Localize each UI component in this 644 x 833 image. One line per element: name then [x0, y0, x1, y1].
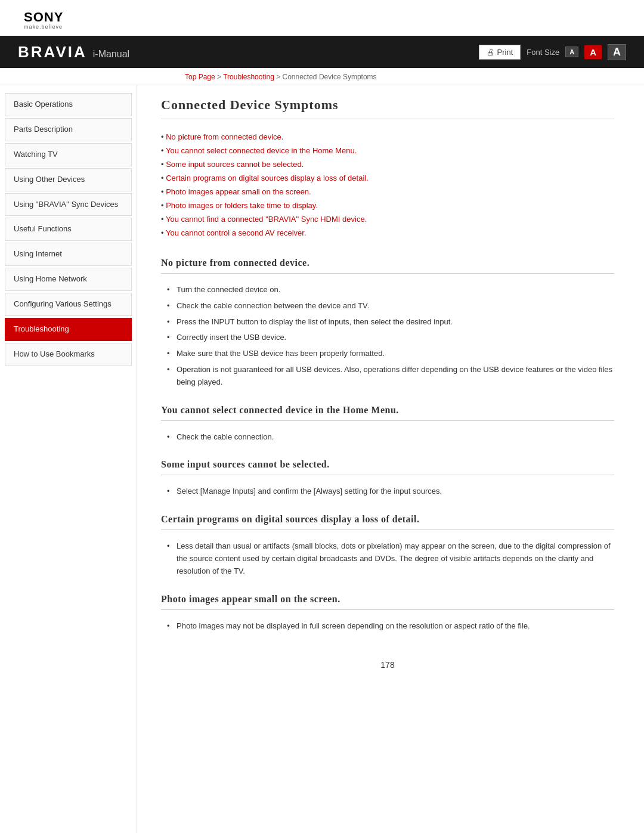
section-cannot-select: You cannot select connected device in th… — [161, 405, 614, 445]
bullet-item-0-3: Correctly insert the USB device. — [167, 330, 614, 346]
toc-item-1: You cannot select connected device in th… — [161, 144, 614, 157]
bullet-list-3: Less detail than usual or artifacts (sma… — [161, 538, 614, 579]
printer-icon: 🖨 — [487, 48, 494, 57]
toc-link-1[interactable]: You cannot select connected device in th… — [166, 146, 357, 155]
header-controls: 🖨 Print Font Size A A A — [479, 44, 626, 60]
toc-item-0: No picture from connected device. — [161, 130, 614, 144]
toc-link-4[interactable]: Photo images appear small on the screen. — [166, 187, 311, 196]
sidebar-item-0[interactable]: Basic Operations — [5, 93, 132, 116]
sidebar-item-6[interactable]: Using Internet — [5, 243, 132, 266]
toc-item-3: Certain programs on digital sources disp… — [161, 171, 614, 185]
section-loss-detail: Certain programs on digital sources disp… — [161, 514, 614, 579]
bullet-item-0-4: Make sure that the USB device has been p… — [167, 346, 614, 362]
bullet-item-3-0: Less detail than usual or artifacts (sma… — [167, 538, 614, 579]
imanual-text: i-Manual — [93, 49, 129, 60]
toc-item-4: Photo images appear small on the screen. — [161, 185, 614, 199]
sidebar-item-7[interactable]: Using Home Network — [5, 268, 132, 291]
breadcrumb-sep2: > — [274, 73, 283, 81]
bullet-list-2: Select [Manage Inputs] and confirm the [… — [161, 484, 614, 500]
page-number: 178 — [161, 648, 614, 682]
print-label: Print — [497, 48, 513, 57]
breadcrumb-sep1: > — [215, 73, 223, 81]
bullet-list-0: Turn the connected device on.Check the c… — [161, 282, 614, 391]
main-layout: Basic OperationsParts DescriptionWatchin… — [0, 85, 644, 833]
bullet-item-0-2: Press the INPUT button to display the li… — [167, 314, 614, 330]
font-large-button[interactable]: A — [608, 44, 626, 60]
sidebar-item-5[interactable]: Useful Functions — [5, 218, 132, 241]
toc-link-6[interactable]: You cannot find a connected "BRAVIA" Syn… — [166, 215, 367, 224]
sony-tagline: make.believe — [24, 24, 620, 30]
sections: No picture from connected device.Turn th… — [161, 258, 614, 634]
sidebar-item-9[interactable]: Troubleshooting — [5, 318, 132, 341]
sidebar-item-2[interactable]: Watching TV — [5, 143, 132, 166]
bullet-item-1-0: Check the cable connection. — [167, 429, 614, 445]
content-area: Connected Device Symptoms No picture fro… — [137, 85, 644, 833]
header-bar: BRAVIA i-Manual 🖨 Print Font Size A A A — [0, 36, 644, 68]
font-size-label: Font Size — [527, 48, 559, 57]
sony-header: SONY make.believe — [0, 0, 644, 36]
section-title-1: You cannot select connected device in th… — [161, 405, 614, 421]
toc-link-3[interactable]: Certain programs on digital sources disp… — [166, 174, 369, 182]
bullet-item-0-5: Operation is not guaranteed for all USB … — [167, 362, 614, 391]
section-photo-small: Photo images appear small on the screen.… — [161, 594, 614, 634]
font-small-button[interactable]: A — [565, 47, 578, 57]
page-title: Connected Device Symptoms — [161, 97, 614, 119]
bullet-list-4: Photo images may not be displayed in ful… — [161, 618, 614, 634]
bullet-item-2-0: Select [Manage Inputs] and confirm the [… — [167, 484, 614, 500]
sidebar-item-3[interactable]: Using Other Devices — [5, 168, 132, 191]
sidebar-item-10[interactable]: How to Use Bookmarks — [5, 343, 132, 366]
sidebar-item-8[interactable]: Configuring Various Settings — [5, 293, 132, 316]
breadcrumb: Top Page > Troubleshooting > Connected D… — [0, 68, 644, 85]
section-no-picture: No picture from connected device.Turn th… — [161, 258, 614, 391]
bravia-title: BRAVIA i-Manual — [18, 43, 129, 61]
toc-link-5[interactable]: Photo images or folders take time to dis… — [166, 201, 318, 210]
breadcrumb-troubleshooting[interactable]: Troubleshooting — [223, 73, 274, 81]
breadcrumb-current: Connected Device Symptoms — [283, 73, 377, 81]
bullet-list-1: Check the cable connection. — [161, 429, 614, 445]
toc-link-7[interactable]: You cannot control a second AV receiver. — [166, 228, 306, 237]
font-medium-button[interactable]: A — [584, 45, 602, 59]
sidebar: Basic OperationsParts DescriptionWatchin… — [0, 85, 137, 833]
bravia-logo-text: BRAVIA — [18, 43, 87, 61]
section-title-2: Some input sources cannot be selected. — [161, 459, 614, 475]
toc-item-2: Some input sources cannot be selected. — [161, 157, 614, 171]
print-button[interactable]: 🖨 Print — [479, 45, 521, 60]
section-title-3: Certain programs on digital sources disp… — [161, 514, 614, 530]
section-title-0: No picture from connected device. — [161, 258, 614, 274]
toc-item-7: You cannot control a second AV receiver. — [161, 226, 614, 240]
toc-link-2[interactable]: Some input sources cannot be selected. — [166, 160, 304, 169]
bullet-item-4-0: Photo images may not be displayed in ful… — [167, 618, 614, 634]
sidebar-item-4[interactable]: Using "BRAVIA" Sync Devices — [5, 193, 132, 216]
toc-list: No picture from connected device.You can… — [161, 130, 614, 240]
bullet-item-0-1: Check the cable connection between the d… — [167, 298, 614, 314]
section-title-4: Photo images appear small on the screen. — [161, 594, 614, 610]
toc-link-0[interactable]: No picture from connected device. — [166, 132, 283, 141]
breadcrumb-top[interactable]: Top Page — [185, 73, 215, 81]
toc-item-5: Photo images or folders take time to dis… — [161, 199, 614, 212]
toc-item-6: You cannot find a connected "BRAVIA" Syn… — [161, 212, 614, 226]
sony-logo: SONY — [24, 11, 620, 24]
section-input-sources: Some input sources cannot be selected.Se… — [161, 459, 614, 500]
bullet-item-0-0: Turn the connected device on. — [167, 282, 614, 298]
sidebar-item-1[interactable]: Parts Description — [5, 118, 132, 141]
